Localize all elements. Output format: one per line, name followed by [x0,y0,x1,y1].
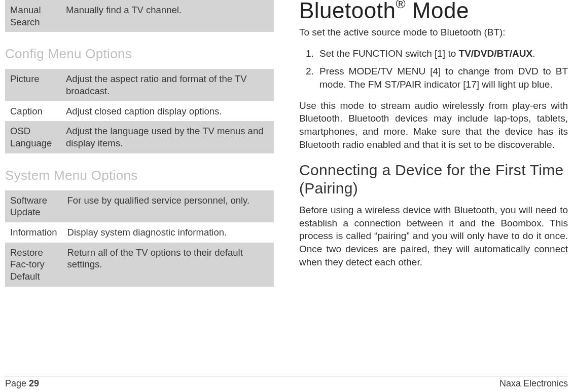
cell-desc: Adjust closed caption display options. [61,101,274,122]
steps-list: Set the FUNCTION switch [1] to TV/DVD/BT… [299,47,568,91]
page-label: Page [5,378,29,388]
cell-desc: Adjust the language used by the TV menus… [61,121,274,153]
page-footer: Page 29 Naxa Electronics [5,376,568,389]
cell-label: Information [5,222,62,243]
cell-desc: Display system diagnostic information. [62,222,274,243]
step-text: Set the FUNCTION switch [1] to [319,48,459,59]
cell-desc: Adjust the aspect ratio and format of th… [61,69,274,101]
step-text: . [532,48,535,59]
config-menu-table: Picture Adjust the aspect ratio and form… [5,69,274,153]
right-column: Bluetooth® Mode To set the active source… [299,0,568,370]
page-num-value: 29 [29,378,39,388]
cell-label: Picture [5,69,61,101]
cell-desc: Return all of the TV options to their de… [62,243,274,287]
left-column: Manual Search Manually find a TV channel… [5,0,279,370]
body-paragraph: Use this mode to stream audio wirelessly… [299,99,568,151]
config-menu-heading: Config Menu Options [5,46,274,62]
step-bold: TV/DVD/BT/AUX [459,48,533,59]
title-part-b: Mode [406,0,469,23]
table-row: Picture Adjust the aspect ratio and form… [5,69,274,101]
cell-label: Caption [5,101,61,122]
system-menu-heading: System Menu Options [5,168,274,183]
table-row: Information Display system diagnostic in… [5,222,274,243]
table-row: Manual Search Manually find a TV channel… [5,0,274,32]
title-part-a: Bluetooth [299,0,396,23]
cell-desc: Manually find a TV channel. [61,0,274,32]
brand-name: Naxa Electronics [499,378,568,389]
table-row: Restore Fac-tory Default Return all of t… [5,243,274,287]
cell-label: Restore Fac-tory Default [5,243,62,287]
table-row: Caption Adjust closed caption display op… [5,101,274,122]
pairing-subheading: Connecting a Device for the First Time (… [299,161,568,198]
bluetooth-mode-heading: Bluetooth® Mode [299,0,568,23]
cell-label: OSD Language [5,121,61,153]
step-item: Set the FUNCTION switch [1] to TV/DVD/BT… [316,47,568,60]
registered-symbol: ® [396,0,406,11]
cell-label: Manual Search [5,0,61,32]
page-number: Page 29 [5,378,39,389]
table-row: Software Update For use by qualified ser… [5,190,274,222]
cell-desc: For use by qualified service personnel, … [62,190,274,222]
lead-paragraph: To set the active source mode to Bluetoo… [299,26,568,39]
cell-label: Software Update [5,190,62,222]
system-menu-table: Software Update For use by qualified ser… [5,190,274,287]
manual-search-table: Manual Search Manually find a TV channel… [5,0,274,32]
table-row: OSD Language Adjust the language used by… [5,121,274,153]
step-item: Press MODE/TV MENU [4] to change from DV… [316,65,568,91]
body-paragraph: Before using a wireless device with Blue… [299,204,568,268]
